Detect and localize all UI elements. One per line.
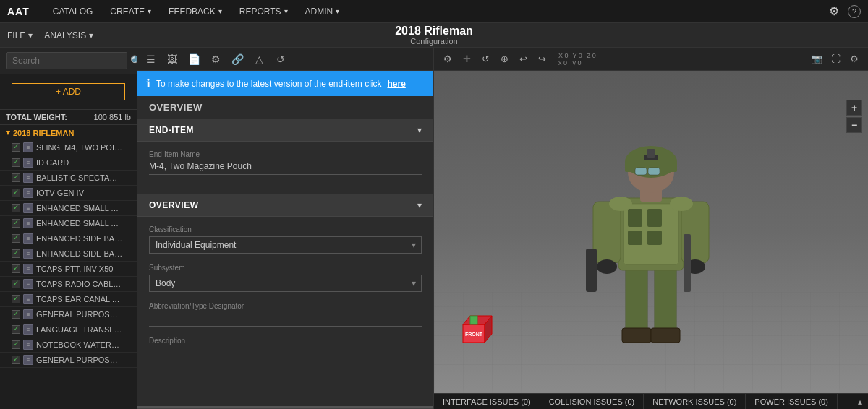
tree-item[interactable]: ≡GENERAL PURPOSE POUCH — [0, 307, 137, 322]
tree-item[interactable]: ≡NOTEBOOK WATERPROOF W/ PENCIL — [0, 337, 137, 353]
tree-item[interactable]: ≡TCAPS RADIO CABLE, PRC-154 — [0, 277, 137, 292]
tree-root-item[interactable]: ▾ 2018 RIFLEMAN — [0, 125, 137, 140]
tree-item[interactable]: ≡ENHANCED SIDE BALLISTIC INSERT (L... — [0, 246, 137, 262]
tree-items-list: ≡SLING, M4, TWO POINT≡ID CARD≡BALLISTIC … — [0, 140, 137, 368]
item-checkbox[interactable] — [12, 173, 20, 182]
collision-issues-status[interactable]: COLLISION ISSUES (0) — [540, 394, 644, 409]
tree-item[interactable]: ≡ENHANCED SIDE BALLISTIC INSERT (R... — [0, 231, 137, 246]
svg-rect-5 — [651, 328, 680, 343]
item-checkbox[interactable] — [12, 325, 20, 334]
classification-select-wrapper: Individual Equipment — [149, 236, 422, 254]
interface-issues-status[interactable]: INTERFACE ISSUES (0) — [434, 394, 540, 409]
viewport-scene[interactable]: FRONT + − — [434, 71, 868, 393]
nav-reports[interactable]: REPORTS ▾ — [231, 0, 297, 23]
vp-undo-btn[interactable]: ↩ — [515, 51, 531, 67]
svg-rect-4 — [622, 328, 651, 343]
item-icon: ≡ — [23, 324, 33, 335]
power-issues-status[interactable]: POWER ISSUES (0) — [746, 394, 837, 409]
classification-select[interactable]: Individual Equipment — [149, 236, 422, 254]
tree-item[interactable]: ≡ENHANCED SMALL ARMS PROTECTIVE... — [0, 201, 137, 216]
svg-rect-8 — [628, 209, 642, 227]
status-bar: INTERFACE ISSUES (0) COLLISION ISSUES (0… — [434, 393, 868, 409]
nav-right-icons: ⚙ ? — [829, 4, 861, 18]
item-checkbox[interactable] — [12, 158, 20, 167]
description-field: Description — [149, 337, 422, 361]
item-checkbox[interactable] — [12, 280, 20, 288]
add-button[interactable]: + ADD — [12, 83, 125, 100]
item-checkbox[interactable] — [12, 189, 20, 197]
toolbar-btn-1[interactable]: ☰ — [142, 51, 159, 68]
vp-fullscreen-btn[interactable]: ⛶ — [827, 51, 843, 67]
vp-camera-btn[interactable]: 📷 — [809, 51, 825, 67]
vp-scale-btn[interactable]: ⊕ — [496, 51, 512, 67]
item-icon: ≡ — [23, 188, 33, 198]
toolbar-btn-7[interactable]: ↺ — [272, 51, 289, 68]
zoom-out-button[interactable]: − — [846, 117, 862, 133]
description-input[interactable] — [149, 348, 422, 361]
nav-feedback[interactable]: FEEDBACK ▾ — [160, 0, 231, 23]
item-checkbox[interactable] — [12, 264, 20, 273]
svg-rect-23 — [647, 149, 655, 158]
z-coord: Z 0 — [587, 52, 596, 66]
svg-point-14 — [597, 259, 617, 274]
toolbar-btn-4[interactable]: ⚙ — [207, 51, 224, 68]
weight-value: 100.851 lb — [94, 113, 131, 121]
second-navigation: FILE ▾ ANALYSIS ▾ 2018 Rifleman Configur… — [0, 23, 868, 48]
toolbar-btn-3[interactable]: 📄 — [185, 51, 203, 68]
network-issues-status[interactable]: NETWORK ISSUES (0) — [644, 394, 746, 409]
classification-field: Classification Individual Equipment — [149, 225, 422, 254]
subsystem-field: Subsystem Body — [149, 264, 422, 292]
tree-item[interactable]: ≡SLING, M4, TWO POINT — [0, 140, 137, 155]
vp-rotate-btn[interactable]: ↺ — [477, 51, 493, 67]
item-checkbox[interactable] — [12, 143, 20, 152]
tree-item[interactable]: ≡ENHANCED SMALL ARMS PROTECTIVE... — [0, 216, 137, 231]
subsystem-select[interactable]: Body — [149, 275, 422, 292]
analysis-menu-item[interactable]: ANALYSIS ▾ — [44, 30, 93, 40]
item-checkbox[interactable] — [12, 219, 20, 228]
toolbar-btn-6[interactable]: △ — [250, 51, 268, 68]
nav-admin[interactable]: ADMIN ▾ — [297, 0, 349, 23]
item-checkbox[interactable] — [12, 249, 20, 258]
search-input[interactable] — [6, 52, 127, 69]
tree-item[interactable]: ≡BALLISTIC SPECTACLES W/ STRAP — [0, 171, 137, 186]
vp-options-btn[interactable]: ⚙ — [846, 51, 862, 67]
file-menu-item[interactable]: FILE ▾ — [7, 30, 33, 40]
item-label: ID CARD — [36, 158, 69, 167]
item-checkbox[interactable] — [12, 310, 20, 319]
toolbar-btn-2[interactable]: 🖼 — [163, 51, 181, 68]
y2-label: y 0 — [573, 59, 582, 66]
viewport-toolbar: ⚙ ✛ ↺ ⊕ ↩ ↪ X 0 x 0 Y 0 y 0 Z 0 — [434, 48, 868, 71]
overview-section-header[interactable]: OVERVIEW ▾ — [137, 194, 433, 217]
power-issues-label: POWER ISSUES (0) — [754, 397, 827, 406]
settings-icon[interactable]: ⚙ — [829, 4, 839, 18]
status-expand-button[interactable]: ▴ — [852, 397, 868, 407]
admin-chevron-icon: ▾ — [336, 7, 339, 15]
item-checkbox[interactable] — [12, 234, 20, 243]
toolbar-btn-5[interactable]: 🔗 — [229, 51, 246, 68]
tree-item[interactable]: ≡TCAPS PTT, INV-X50 — [0, 262, 137, 277]
tree-item[interactable]: ≡LANGUAGE TRANSLATION CARD — [0, 322, 137, 337]
help-icon[interactable]: ? — [848, 5, 861, 18]
tree-item[interactable]: ≡ID CARD — [0, 155, 137, 171]
end-item-section-header[interactable]: END-ITEM ▾ — [137, 119, 433, 142]
tree-item[interactable]: ≡GENERAL PURPOSE POUCH — [0, 353, 137, 368]
nav-create[interactable]: CREATE ▾ — [101, 0, 160, 23]
abbreviation-input[interactable] — [149, 313, 422, 327]
item-checkbox[interactable] — [12, 356, 20, 364]
info-link[interactable]: here — [388, 79, 406, 89]
item-checkbox[interactable] — [12, 204, 20, 212]
description-label: Description — [149, 337, 422, 345]
item-checkbox[interactable] — [12, 340, 20, 349]
item-label: GENERAL PURPOSE POUCH — [36, 356, 123, 364]
nav-catalog[interactable]: CATALOG — [44, 0, 102, 23]
item-checkbox[interactable] — [12, 295, 20, 303]
tree-item[interactable]: ≡TCAPS EAR CANAL TIPS — [0, 292, 137, 307]
tree-item[interactable]: ≡IOTV GEN IV — [0, 186, 137, 201]
end-item-body: End-Item Name M-4, Two Magazine Pouch — [137, 142, 433, 194]
vp-settings-btn[interactable]: ⚙ — [440, 51, 456, 67]
zoom-in-button[interactable]: + — [846, 100, 862, 116]
svg-rect-11 — [647, 231, 662, 245]
vp-move-btn[interactable]: ✛ — [459, 51, 475, 67]
vp-redo-btn[interactable]: ↪ — [534, 51, 550, 67]
left-sidebar: 🔍 + ADD TOTAL WEIGHT: 100.851 lb ▾ 2018 … — [0, 48, 137, 409]
